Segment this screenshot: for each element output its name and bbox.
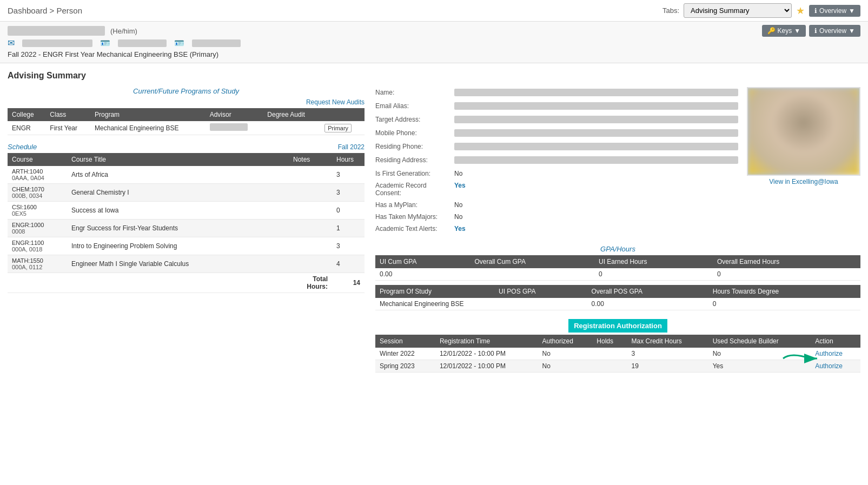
- keys-button[interactable]: 🔑 Keys ▼: [762, 25, 806, 37]
- sched-title: Engineer Math I Single Variable Calculus: [67, 255, 289, 273]
- total-label-cell: [8, 273, 289, 293]
- sched-notes: [289, 202, 332, 220]
- ra-regtime: 12/01/2022 - 10:00 PM: [435, 360, 538, 373]
- col-course-title: Course Title: [67, 153, 289, 166]
- person-details: Name:Email Alias:Target Address:Mobile P…: [375, 87, 738, 240]
- prog-college: ENGR: [8, 121, 45, 135]
- schedule-section: Schedule Fall 2022 Course Course Title N…: [8, 143, 365, 293]
- person-header: (He/him) ✉ 🪪 🪪 Fall 2022 - ENGR First Ye…: [0, 22, 868, 63]
- info-value: No: [454, 200, 738, 210]
- tabs-select[interactable]: Advising Summary Academic Plan Notes His…: [684, 3, 792, 18]
- info-value: No: [454, 211, 738, 222]
- col-notes: Notes: [289, 153, 332, 166]
- prog-program: Mechanical Engineering BSE: [90, 121, 206, 135]
- info-value: Yes: [454, 180, 738, 198]
- sched-notes: [289, 255, 332, 273]
- gpa-col-pos: Program Of Study: [375, 285, 494, 298]
- fall-semester: Fall 2022: [338, 143, 365, 151]
- person-header-top: (He/him) ✉ 🪪 🪪 Fall 2022 - ENGR First Ye…: [8, 26, 860, 58]
- sched-hours: 3: [332, 237, 365, 255]
- ra-session: Spring 2023: [375, 360, 435, 373]
- schedule-row: ENGR:1100 000A, 0018 Intro to Engineerin…: [8, 237, 365, 255]
- gpa-col-ui-cum: UI Cum GPA: [375, 255, 471, 268]
- gpa-overall-cum: [471, 268, 595, 281]
- info-label: Academic Record Consent:: [375, 180, 451, 198]
- gpa-col-hours-degree: Hours Towards Degree: [708, 285, 860, 298]
- ra-col-authorized: Authorized: [538, 335, 593, 348]
- sched-title: Engr Success for First-Year Students: [67, 220, 289, 237]
- ra-max-credit: 3: [627, 348, 708, 360]
- overview-button[interactable]: ℹ Overview ▼: [809, 5, 860, 17]
- right-column: Name:Email Alias:Target Address:Mobile P…: [375, 87, 860, 373]
- sched-hours: 4: [332, 255, 365, 273]
- gpa-section: GPA/Hours UI Cum GPA Overall Cum GPA UI …: [375, 245, 860, 310]
- gpa-hours-degree-val: 0: [708, 298, 860, 310]
- col-program: Program: [90, 108, 206, 121]
- chevron-down-icon: ▼: [849, 7, 855, 15]
- sched-title: Arts of Africa: [67, 166, 289, 184]
- id-bar-1: [118, 39, 167, 47]
- info-label: Email Alias:: [375, 101, 451, 113]
- prog-tag: Primary: [320, 121, 365, 135]
- photo-blur: [748, 88, 859, 175]
- schedule-table: Course Course Title Notes Hours ARTH:104…: [8, 153, 365, 293]
- info-value: Yes: [454, 223, 738, 234]
- reg-auth-section: Registration Authorization Session Regis…: [375, 319, 860, 373]
- col-tag: [320, 108, 365, 121]
- schedule-row: CSI:1600 0EX5 Success at Iowa 0: [8, 202, 365, 220]
- gpa-col-overall-pos: Overall POS GPA: [587, 285, 708, 298]
- ra-authorized: No: [538, 360, 593, 373]
- reg-auth-title: Registration Authorization: [568, 319, 667, 333]
- primary-tag: Primary: [324, 124, 352, 132]
- ra-regtime: 12/01/2022 - 10:00 PM: [435, 348, 538, 360]
- email-bar: [22, 39, 92, 47]
- photo-area-container: View in Excelling@Iowa: [747, 87, 860, 240]
- schedule-row: MATH:1550 000A, 0112 Engineer Math I Sin…: [8, 255, 365, 273]
- favorite-star-icon[interactable]: ★: [796, 5, 805, 17]
- ra-holds: [592, 360, 627, 373]
- sched-hours: 1: [332, 220, 365, 237]
- schedule-row: ARTH:1040 0AAA, 0A04 Arts of Africa 3: [8, 166, 365, 184]
- request-audits-link[interactable]: Request New Audits: [8, 98, 365, 106]
- ra-max-credit: 19: [627, 360, 708, 373]
- person-ids-row: ✉ 🪪 🪪: [8, 38, 241, 48]
- key-icon: 🔑: [767, 27, 776, 35]
- sched-course: CHEM:1070 000B, 0034: [8, 184, 67, 202]
- info-label: Mobile Phone:: [375, 128, 451, 140]
- sched-notes: [289, 184, 332, 202]
- excelling-link[interactable]: View in Excelling@Iowa: [747, 178, 860, 185]
- green-arrow-icon: [780, 351, 824, 366]
- tabs-label: Tabs:: [662, 6, 679, 15]
- gpa-col-ui-pos: UI POS GPA: [494, 285, 587, 298]
- sched-course: CSI:1600 0EX5: [8, 202, 67, 220]
- ra-col-regtime: Registration Time: [435, 335, 538, 348]
- prog-degree-audit: [263, 121, 320, 135]
- breadcrumb-text: Dashboard > Person: [8, 6, 82, 15]
- card-icon-1: 🪪: [100, 38, 110, 48]
- prog-advisor: [206, 121, 263, 135]
- info-icon-2: ℹ: [814, 27, 817, 35]
- overview-button-2[interactable]: ℹ Overview ▼: [809, 25, 860, 37]
- left-column: Current/Future Programs of Study Request…: [8, 87, 365, 373]
- ra-col-max-credit: Max Credit Hours: [627, 335, 708, 348]
- ra-col-session: Session: [375, 335, 435, 348]
- sched-course: MATH:1550 000A, 0112: [8, 255, 67, 273]
- gpa-col-ui-earned: UI Earned Hours: [594, 255, 713, 268]
- program-row: Fall 2022 - ENGR First Year Mechanical E…: [8, 50, 241, 58]
- right-top: Name:Email Alias:Target Address:Mobile P…: [375, 87, 860, 240]
- person-info-left: (He/him) ✉ 🪪 🪪 Fall 2022 - ENGR First Ye…: [8, 26, 241, 58]
- info-label: Has a MyPlan:: [375, 200, 451, 210]
- main-content: Advising Summary Current/Future Programs…: [0, 63, 868, 380]
- gpa-pos-name: Mechanical Engineering BSE: [375, 298, 494, 310]
- sched-notes: [289, 220, 332, 237]
- schedule-row: CHEM:1070 000B, 0034 General Chemistry I…: [8, 184, 365, 202]
- person-name-row: (He/him): [8, 26, 241, 36]
- ra-holds: [592, 348, 627, 360]
- gpa-row-pos: Mechanical Engineering BSE 0.00 0: [375, 298, 860, 310]
- person-name-bar: [8, 26, 105, 36]
- ra-col-holds: Holds: [592, 335, 627, 348]
- ra-session: Winter 2022: [375, 348, 435, 360]
- sched-hours: 0: [332, 202, 365, 220]
- sched-notes: [289, 237, 332, 255]
- two-col-layout: Current/Future Programs of Study Request…: [8, 87, 860, 373]
